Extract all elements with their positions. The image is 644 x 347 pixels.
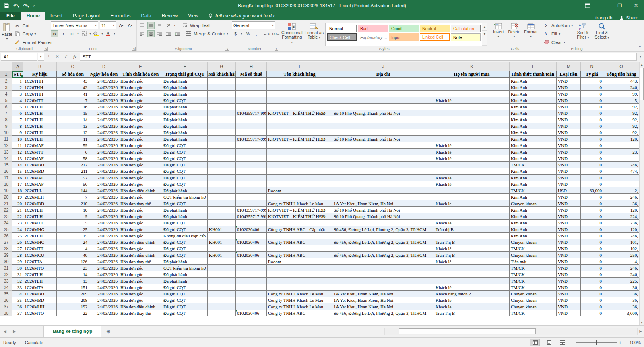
cell-A36[interactable]: 35 [12, 297, 23, 303]
cell-D13[interactable]: 24/03/2026 [89, 149, 119, 155]
cell-I20[interactable] [267, 194, 332, 200]
cell-M33[interactable]: VND [557, 278, 581, 284]
horizontal-scrollbar[interactable] [384, 328, 638, 335]
cell-A11[interactable]: 10 [12, 136, 23, 142]
cell-O18[interactable] [603, 181, 640, 187]
user-name[interactable]: trang.dh [595, 15, 612, 20]
cell-I11[interactable]: KIOTVIET – KIỂM THỬ HĐĐ [267, 136, 332, 142]
cell-F5[interactable]: Đã gửi CQT [162, 97, 208, 104]
cell-F22[interactable]: Đã phát hành [162, 207, 208, 213]
cell-M29[interactable]: VND [557, 252, 581, 258]
cell-L4[interactable]: Kim Anh [510, 91, 557, 97]
increase-indent-icon[interactable] [174, 30, 181, 37]
sheet-tab-active[interactable]: Bảng kê tổng hợp [43, 326, 101, 337]
bold-button[interactable]: B [51, 30, 58, 37]
scroll-up-icon[interactable]: ▲ [640, 62, 644, 67]
cell-N9[interactable]: 0 [581, 123, 603, 129]
cell-K38[interactable]: Trần Thị B [434, 310, 510, 316]
cell-J27[interactable]: Số 456, Đường Lê Lợi, Phường 2, Quận 3, … [332, 239, 434, 245]
cell-C7[interactable]: 15 [57, 110, 89, 116]
share-button[interactable]: Share [619, 15, 638, 20]
cell-B37[interactable]: 1C26MHH [23, 303, 57, 310]
row-header-15[interactable]: 15 [0, 162, 12, 168]
cell-F6[interactable]: Đã phát hành [162, 104, 208, 110]
cell-M31[interactable]: VND [557, 265, 581, 271]
cell-I6[interactable] [267, 104, 332, 110]
cell-D4[interactable]: 24/03/2026 [89, 91, 119, 97]
cell-J11[interactable]: Số 10 Phổ Quang, Thành phố Hà Nội [332, 136, 434, 142]
cell-D8[interactable]: 24/03/2026 [89, 116, 119, 123]
cell-B9[interactable]: 1C26TLH [23, 123, 57, 129]
tab-review[interactable]: Review [157, 12, 183, 20]
cell-L26[interactable]: Kim Anh [510, 233, 557, 239]
format-painter-button[interactable]: Format Painter [14, 39, 52, 46]
row-header-14[interactable]: 14 [0, 155, 12, 162]
decrease-decimal-icon[interactable]: .00→ [272, 30, 279, 37]
scroll-right-icon[interactable]: ▶ [638, 328, 643, 335]
column-header-L[interactable]: L [510, 62, 557, 71]
column-header-H[interactable]: H [236, 62, 267, 71]
cell-N34[interactable]: 0 [581, 284, 603, 291]
cell-K3[interactable] [434, 84, 510, 91]
column-header-A[interactable]: A [12, 62, 23, 71]
cell-O3[interactable]: 246, [603, 84, 640, 91]
cell-N29[interactable]: 0 [581, 252, 603, 258]
cell-K2[interactable] [434, 78, 510, 84]
format-cells-button[interactable]: Format▾ [523, 21, 539, 46]
cell-M9[interactable]: VND [557, 123, 581, 129]
cell-D2[interactable]: 24/03/2026 [89, 78, 119, 84]
cell-F8[interactable]: Đã phát hành [162, 116, 208, 123]
cell-C14[interactable]: 58 [57, 155, 89, 162]
cell-M18[interactable]: VND [557, 181, 581, 187]
cell-O16[interactable]: 474, [603, 168, 640, 175]
row-header-6[interactable]: 6 [0, 104, 12, 110]
cell-M32[interactable]: VND [557, 271, 581, 278]
status-calculate[interactable]: Calculate [25, 340, 43, 345]
cell-H9[interactable] [236, 123, 267, 129]
cell-C27[interactable]: 24 [57, 239, 89, 245]
row-header-17[interactable]: 17 [0, 175, 12, 181]
cell-K21[interactable]: Khach le [434, 200, 510, 207]
cell-K11[interactable] [434, 136, 510, 142]
cell-O33[interactable]: 225, [603, 278, 640, 284]
cell-A35[interactable]: 34 [12, 291, 23, 297]
cell-G8[interactable] [208, 116, 236, 123]
horizontal-scroll-thumb[interactable] [399, 328, 536, 334]
cell-style-bad[interactable]: Bad [358, 25, 388, 32]
cell-H11[interactable]: 0104359717-999 [236, 136, 267, 142]
cell-style-explanatory[interactable]: Explanatory ... [358, 33, 388, 41]
cell-B34[interactable]: 1C26MTA [23, 284, 57, 291]
cell-style-normal[interactable]: Normal [327, 25, 357, 32]
cell-L33[interactable]: TM/CK [510, 278, 557, 284]
cell-G6[interactable] [208, 104, 236, 110]
cell-G2[interactable] [208, 78, 236, 84]
cell-I17[interactable] [267, 175, 332, 181]
cell-D11[interactable]: 24/03/2026 [89, 136, 119, 142]
cell-D7[interactable]: 24/03/2026 [89, 110, 119, 116]
cell-K25[interactable]: Trần thị B [434, 226, 510, 233]
cell-B30[interactable]: 1C26TTA [23, 258, 57, 265]
row-header-18[interactable]: 18 [0, 181, 12, 187]
cell-A26[interactable]: 25 [12, 233, 23, 239]
cell-E27[interactable]: Hóa đơn điều chỉnh [119, 239, 162, 245]
cell-L35[interactable]: Chuyen khoan [510, 291, 557, 297]
cell-D12[interactable]: 24/03/2026 [89, 142, 119, 149]
cell-I5[interactable] [267, 97, 332, 104]
cell-H29[interactable]: 0102030406 [236, 252, 267, 258]
cell-L3[interactable]: Kim Anh [510, 84, 557, 91]
cell-G4[interactable] [208, 91, 236, 97]
cell-L1[interactable]: Hình thức thanh toán [510, 71, 557, 78]
font-size-combo[interactable]: 11▾ [100, 21, 116, 29]
cell-D10[interactable]: 24/03/2026 [89, 129, 119, 136]
cell-K29[interactable]: Trần Thị B [434, 252, 510, 258]
cell-I37[interactable]: Cong ty TNHH Khach Le Mau [267, 303, 332, 310]
cell-C8[interactable]: 14 [57, 116, 89, 123]
maximize-button[interactable]: ❐ [612, 0, 628, 11]
collapse-ribbon-icon[interactable]: ⌃ [638, 45, 642, 50]
styles-scroll-up-icon[interactable]: ▲ [482, 23, 487, 31]
number-format-combo[interactable]: General▾ [232, 21, 275, 29]
wrap-text-button[interactable]: Wrap Text [181, 21, 210, 29]
cell-D15[interactable]: 24/03/2026 [89, 162, 119, 168]
cell-G28[interactable] [208, 245, 236, 252]
cell-G14[interactable] [208, 155, 236, 162]
